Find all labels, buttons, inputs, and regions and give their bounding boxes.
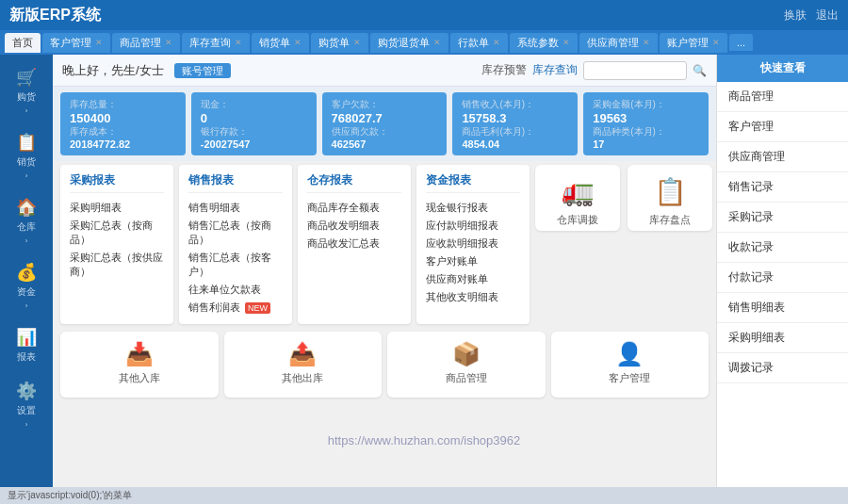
close-icon[interactable]: ✕ [165, 38, 172, 47]
close-icon[interactable]: ✕ [493, 38, 500, 47]
reports-area: 采购报表 采购明细表 采购汇总表（按商品） 采购汇总表（按供应商） 销售报表 销… [53, 165, 716, 324]
tab-goods[interactable]: 商品管理 ✕ [112, 33, 180, 53]
quick-card-truck[interactable]: 🚛 仓库调拨 [535, 165, 620, 231]
quick-item-goods[interactable]: 商品管理 [717, 82, 848, 112]
sales-report-5[interactable]: 销售利润表 NEW [188, 299, 283, 317]
bottom-area: 📥 其他入库 📤 其他出库 📦 商品管理 👤 客户管理 [53, 332, 716, 401]
close-icon[interactable]: ✕ [563, 38, 570, 47]
quick-card-stocktake[interactable]: 📋 库存盘点 [628, 165, 712, 231]
purchase-report-3[interactable]: 采购汇总表（按供应商） [70, 249, 164, 281]
content-header: 晚上好，先生/女士 账号管理 库存预警 库存查询 🔍 [53, 55, 716, 87]
fund-report-2[interactable]: 应付款明细报表 [426, 217, 520, 235]
inventory-report-1[interactable]: 商品库存全额表 [307, 199, 401, 217]
right-quick-cards: 🚛 仓库调拨 📋 库存盘点 [535, 165, 712, 324]
warehouse-icon: 🏠 [16, 197, 37, 218]
close-icon[interactable]: ✕ [643, 38, 650, 47]
stat-card-receivable: 客户欠款： 768027.7 供应商欠款： 462567 [322, 92, 448, 155]
bottom-card-other-in[interactable]: 📥 其他入库 [60, 332, 219, 398]
quick-item-purchase-record[interactable]: 采购记录 [717, 203, 848, 233]
tab-purchase-order[interactable]: 购货单 ✕ [311, 33, 368, 53]
quick-item-sales-detail[interactable]: 销售明细表 [717, 293, 848, 323]
quick-item-customer[interactable]: 客户管理 [717, 112, 848, 142]
sidebar-item-settings[interactable]: ⚙️ 设置 › [0, 373, 53, 436]
sidebar-item-purchase[interactable]: 🛒 购货 › [0, 59, 53, 122]
customer-icon: 👤 [615, 341, 644, 367]
sales-report-2[interactable]: 销售汇总表（按商品） [188, 217, 283, 249]
tab-settings[interactable]: 系统参数 ✕ [510, 33, 578, 53]
purchase-reports-title: 采购报表 [70, 172, 164, 193]
tab-more[interactable]: ... [729, 34, 753, 51]
chevron-right-icon: › [25, 236, 28, 245]
search-icon[interactable]: 🔍 [693, 64, 707, 77]
sales-report-4[interactable]: 往来单位欠款表 [188, 281, 283, 299]
inventory-report-3[interactable]: 商品收发汇总表 [307, 235, 401, 252]
goods-icon: 📦 [452, 341, 481, 367]
finance-icon: 💰 [16, 262, 37, 283]
logout-button[interactable]: 退出 [816, 8, 839, 24]
fund-report-6[interactable]: 其他收支明细表 [426, 288, 520, 306]
right-panel: 快速查看 商品管理 客户管理 供应商管理 销售记录 采购记录 收款记录 付款记录… [716, 55, 848, 504]
fund-report-4[interactable]: 客户对账单 [426, 252, 520, 270]
bottom-card-customer-mgmt[interactable]: 👤 客户管理 [551, 332, 709, 398]
stats-row: 库存总量： 150400 库存成本： 20184772.82 现金： 0 银行存… [53, 87, 716, 161]
purchase-report-2[interactable]: 采购汇总表（按商品） [70, 217, 164, 249]
search-input[interactable] [583, 61, 687, 80]
quick-view-title: 快速查看 [717, 55, 848, 82]
truck-icon: 🚛 [562, 176, 595, 207]
close-icon[interactable]: ✕ [433, 38, 441, 47]
stocktake-icon: 📋 [654, 176, 687, 207]
sales-icon: 📋 [16, 132, 37, 153]
close-icon[interactable]: ✕ [712, 38, 720, 47]
quick-item-payment[interactable]: 付款记录 [717, 263, 848, 293]
inventory-reports-group: 仓存报表 商品库存全额表 商品收发明细表 商品收发汇总表 [298, 165, 411, 324]
main-layout: 🛒 购货 › 📋 销货 › 🏠 仓库 › 💰 资金 › 📊 报表 ⚙️ 设置 › [0, 55, 848, 504]
close-icon[interactable]: ✕ [235, 38, 242, 47]
switch-skin-button[interactable]: 换肤 [784, 8, 807, 24]
inventory-query-label[interactable]: 库存查询 [532, 62, 578, 78]
tab-account[interactable]: 账户管理 ✕ [660, 33, 727, 53]
sales-report-3[interactable]: 销售汇总表（按客户） [188, 249, 283, 281]
tab-supplier[interactable]: 供应商管理 ✕ [579, 33, 658, 53]
chevron-right-icon: › [25, 106, 28, 115]
purchase-reports-group: 采购报表 采购明细表 采购汇总表（按商品） 采购汇总表（按供应商） [60, 165, 173, 324]
chevron-right-icon: › [25, 171, 28, 180]
stat-card-inventory: 库存总量： 150400 库存成本： 20184772.82 [60, 92, 186, 155]
sidebar-item-finance[interactable]: 💰 资金 › [0, 254, 53, 317]
sidebar-item-sales[interactable]: 📋 销货 › [0, 124, 53, 187]
sales-report-1[interactable]: 销售明细表 [188, 199, 283, 217]
stat-card-purchase: 采购金额(本月)： 19563 商品种类(本月)： 17 [583, 92, 709, 155]
sidebar-item-reports[interactable]: 📊 报表 [0, 319, 53, 371]
inventory-alert-label: 库存预警 [481, 62, 527, 78]
tab-payment[interactable]: 行款单 ✕ [450, 33, 508, 53]
other-in-icon: 📥 [125, 341, 154, 367]
purchase-report-1[interactable]: 采购明细表 [70, 199, 164, 217]
tab-inventory[interactable]: 库存查询 ✕ [182, 33, 250, 53]
tab-customer[interactable]: 客户管理 ✕ [42, 33, 110, 53]
sidebar: 🛒 购货 › 📋 销货 › 🏠 仓库 › 💰 资金 › 📊 报表 ⚙️ 设置 › [0, 55, 53, 504]
close-icon[interactable]: ✕ [95, 38, 103, 47]
fund-report-1[interactable]: 现金银行报表 [426, 199, 520, 217]
sales-reports-group: 销售报表 销售明细表 销售汇总表（按商品） 销售汇总表（按客户） 往来单位欠款表… [179, 165, 292, 324]
tab-purchase-return[interactable]: 购货退货单 ✕ [370, 33, 448, 53]
search-area: 库存预警 库存查询 🔍 [481, 61, 707, 80]
new-badge: NEW [245, 302, 270, 314]
close-icon[interactable]: ✕ [353, 38, 361, 47]
inventory-report-2[interactable]: 商品收发明细表 [307, 217, 401, 235]
bottom-card-other-out[interactable]: 📤 其他出库 [224, 332, 383, 398]
fund-report-5[interactable]: 供应商对账单 [426, 270, 520, 288]
tab-sales-order[interactable]: 销货单 ✕ [252, 33, 309, 53]
quick-item-purchase-detail[interactable]: 采购明细表 [717, 323, 848, 353]
top-bar: 新版ERP系统 换肤 退出 [0, 0, 848, 30]
tab-home[interactable]: 首页 [5, 33, 41, 53]
close-icon[interactable]: ✕ [294, 38, 302, 47]
quick-item-sales-record[interactable]: 销售记录 [717, 172, 848, 203]
fund-report-3[interactable]: 应收款明细报表 [426, 235, 520, 252]
quick-item-supplier[interactable]: 供应商管理 [717, 142, 848, 172]
fund-reports-group: 资金报表 现金银行报表 应付款明细报表 应收款明细报表 客户对账单 供应商对账单… [416, 165, 530, 324]
quick-item-receipt[interactable]: 收款记录 [717, 233, 848, 263]
sidebar-item-warehouse[interactable]: 🏠 仓库 › [0, 189, 53, 252]
account-button[interactable]: 账号管理 [174, 63, 231, 78]
fund-reports-title: 资金报表 [426, 172, 520, 193]
bottom-card-goods-mgmt[interactable]: 📦 商品管理 [387, 332, 546, 398]
quick-item-transfer[interactable]: 调拨记录 [717, 353, 848, 383]
